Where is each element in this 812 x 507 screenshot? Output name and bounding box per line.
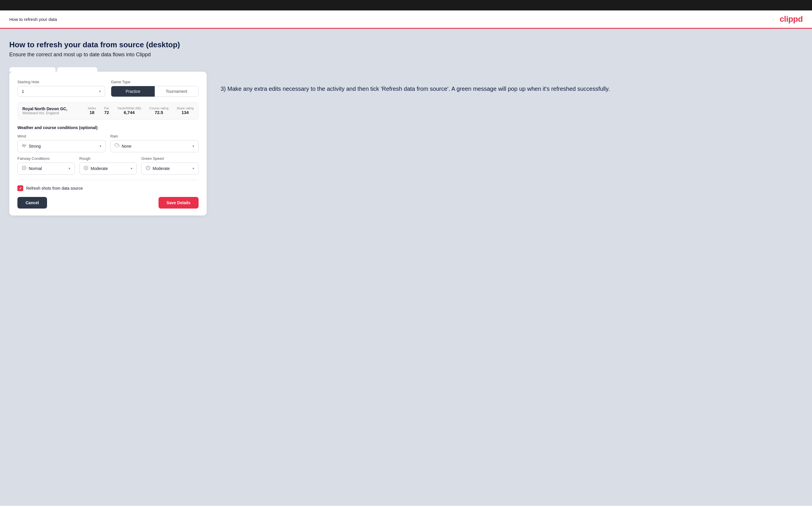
form-card-wrapper: Starting Hole 1 ▾ Game Type Practice Tou… [9,67,207,216]
conditions-row-2: Fairway Conditions Normal ▾ Rough [17,156,199,175]
rough-chevron: ▾ [131,167,133,171]
main-content: How to refresh your data from source (de… [0,29,812,506]
starting-hole-value: 1 [22,89,99,94]
stat-holes: Holes 18 [88,106,96,115]
game-type-label: Game Type [111,80,199,84]
save-button[interactable]: Save Details [158,197,199,209]
course-row: Royal North Devon GC, Westward Ho!, Engl… [17,102,199,119]
rain-select[interactable]: None ▾ [110,140,199,152]
refresh-label: Refresh shots from data source [26,186,83,190]
cancel-button[interactable]: Cancel [17,197,47,209]
course-location: Westward Ho!, England [22,111,67,115]
green-speed-value: Moderate [153,166,193,171]
course-name: Royal North Devon GC, [22,106,67,111]
game-type-toggle: Practice Tournament [111,86,199,97]
yards-label: Yards/White (M)) [117,106,141,110]
weather-section-label: Weather and course conditions (optional) [17,125,199,130]
stat-par: Par 72 [104,106,109,115]
holes-label: Holes [88,106,96,110]
starting-hole-select[interactable]: 1 ▾ [17,86,105,97]
yards-value: 6,744 [124,110,135,115]
wind-rain-row: Wind Strong ▾ Rain [17,134,199,152]
green-speed-select[interactable]: Moderate ▾ [141,162,199,175]
form-top-row: Starting Hole 1 ▾ Game Type Practice Tou… [17,80,199,97]
divider [17,180,199,180]
par-value: 72 [104,110,109,115]
practice-btn[interactable]: Practice [111,86,155,97]
fairway-icon [22,166,27,171]
logo: clippd [780,14,803,24]
wind-group: Wind Strong ▾ [17,134,106,152]
green-speed-icon [146,166,150,171]
refresh-checkbox[interactable]: ✓ [17,185,23,191]
fairway-value: Normal [29,166,68,171]
header: How to refresh your data clippd [0,10,812,29]
stat-yards: Yards/White (M)) 6,744 [117,106,141,115]
course-rating-value: 72.5 [155,110,163,115]
partial-tab-1 [9,67,56,72]
form-card: Starting Hole 1 ▾ Game Type Practice Tou… [9,72,207,216]
wind-select[interactable]: Strong ▾ [17,140,106,152]
instruction-text: 3) Make any extra edits necessary to the… [221,84,803,94]
footer: Copyright Clippd 2022 [0,506,812,507]
par-label: Par [104,106,109,110]
wind-chevron: ▾ [100,144,101,148]
tournament-btn[interactable]: Tournament [155,86,198,97]
partial-tab-2 [57,67,98,72]
holes-value: 18 [89,110,94,115]
button-row: Cancel Save Details [17,197,199,209]
rough-value: Moderate [91,166,130,171]
right-panel: 3) Make any extra edits necessary to the… [221,67,803,94]
checkmark-icon: ✓ [19,186,22,190]
wind-value: Strong [29,144,100,149]
game-type-group: Game Type Practice Tournament [111,80,199,97]
stat-slope-rating: Slope rating 134 [176,106,194,115]
rain-group: Rain None ▾ [110,134,199,152]
fairway-chevron: ▾ [68,167,70,171]
rough-icon [84,166,88,171]
rain-label: Rain [110,134,199,138]
starting-hole-label: Starting Hole [17,80,105,84]
top-bar [0,0,812,10]
page-subheading: Ensure the correct and most up to date d… [9,52,803,58]
refresh-checkbox-row[interactable]: ✓ Refresh shots from data source [17,185,199,191]
fairway-label: Fairway Conditions [17,156,74,161]
starting-hole-chevron: ▾ [99,89,101,94]
rough-label: Rough [79,156,137,161]
stat-course-rating: Course rating 72.5 [149,106,168,115]
starting-hole-group: Starting Hole 1 ▾ [17,80,105,97]
rain-icon [115,143,119,149]
green-speed-chevron: ▾ [193,167,194,171]
slope-rating-value: 134 [182,110,189,115]
rain-value: None [122,144,193,149]
rough-group: Rough Moderate ▾ [79,156,137,175]
rough-select[interactable]: Moderate ▾ [79,162,137,175]
rain-chevron: ▾ [193,144,194,148]
course-rating-label: Course rating [149,106,168,110]
slope-rating-label: Slope rating [176,106,194,110]
wind-label: Wind [17,134,106,138]
page-heading: How to refresh your data from source (de… [9,40,803,49]
header-title: How to refresh your data [9,17,57,22]
fairway-select[interactable]: Normal ▾ [17,162,74,175]
content-area: Starting Hole 1 ▾ Game Type Practice Tou… [9,67,803,216]
fairway-group: Fairway Conditions Normal ▾ [17,156,74,175]
green-speed-group: Green Speed Moderate ▾ [141,156,199,175]
course-info: Royal North Devon GC, Westward Ho!, Engl… [22,106,67,115]
course-stats: Holes 18 Par 72 Yards/White (M)) 6,744 [88,106,194,115]
green-speed-label: Green Speed [141,156,199,161]
wind-icon [22,143,27,149]
